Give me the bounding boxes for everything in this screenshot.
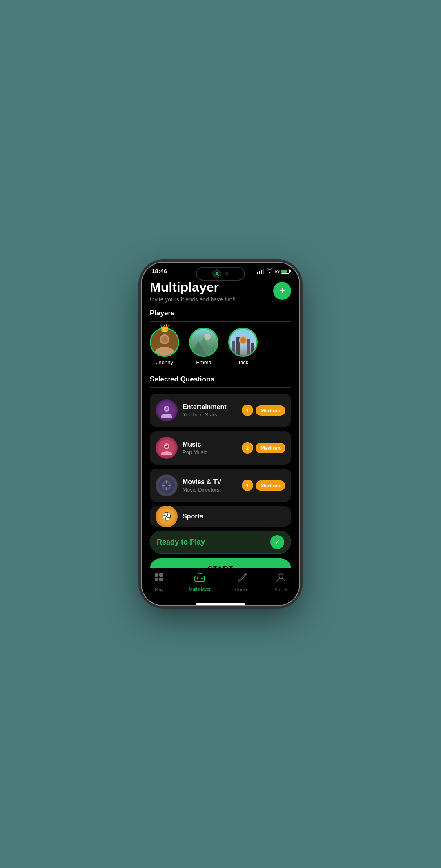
entertainment-count: 1 (242, 405, 253, 416)
entertainment-info: Entertainment YouTube Stars (183, 403, 237, 418)
battery-icon: 69 (275, 269, 290, 274)
svg-rect-13 (247, 339, 250, 356)
status-bar: 18:46 (142, 263, 299, 276)
svg-point-24 (165, 445, 167, 446)
players-section-title: Players (150, 309, 291, 317)
players-row: 👑 Jhonny (150, 328, 291, 365)
svg-point-30 (165, 484, 168, 487)
movies-title: Movies & TV (183, 478, 237, 486)
page-title: Multiplayer (150, 280, 236, 294)
player-avatar-wrap-jack (228, 328, 258, 357)
header-text: Multiplayer Invite yours friends and hav… (150, 280, 236, 303)
player-item-jack[interactable]: Jack (228, 328, 258, 365)
svg-rect-37 (195, 576, 205, 582)
player-avatar-wrap-emma (189, 328, 218, 357)
questions-section-title: Selected Questions (150, 375, 291, 383)
player-item-jhonny[interactable]: 👑 Jhonny (150, 328, 179, 365)
player-name-jhonny: Jhonny (156, 359, 173, 365)
page-header: Multiplayer Invite yours friends and hav… (150, 280, 291, 303)
svg-rect-35 (155, 578, 158, 581)
svg-point-20 (165, 407, 166, 409)
main-content[interactable]: Multiplayer Invite yours friends and hav… (142, 276, 299, 568)
status-icons: 69 (257, 268, 290, 274)
movies-subtitle: Movie Directors (183, 487, 237, 493)
ready-check-icon: ✓ (270, 535, 284, 549)
entertainment-badges: 1 Medium (242, 405, 285, 416)
svg-rect-33 (155, 573, 158, 577)
question-card-sports[interactable]: Sports Hard (150, 506, 291, 527)
profile-nav-icon (276, 572, 286, 585)
add-button[interactable]: + (273, 282, 291, 300)
question-card-movies[interactable]: Movies & TV Movie Directors 1 Medium (150, 469, 291, 502)
player-avatar-jack (228, 328, 258, 357)
svg-rect-14 (251, 343, 254, 356)
multiplayer-nav-label: Multiplayer (189, 587, 211, 591)
music-difficulty: Medium (256, 443, 285, 453)
creator-nav-icon (237, 572, 248, 585)
svg-point-44 (279, 574, 283, 578)
screen: 18:46 (142, 263, 299, 605)
ready-text: Ready to Play (157, 538, 205, 547)
svg-rect-36 (159, 578, 163, 581)
nav-item-multiplayer[interactable]: Multiplayer (189, 573, 211, 591)
signal-icon (257, 269, 264, 274)
questions-divider (150, 388, 291, 388)
players-divider (150, 321, 291, 322)
svg-point-16 (240, 337, 246, 343)
svg-point-3 (161, 336, 168, 343)
svg-point-8 (204, 334, 211, 340)
svg-rect-41 (197, 577, 198, 579)
entertainment-icon (156, 399, 178, 421)
music-icon (156, 437, 178, 459)
sports-info: Sports (183, 513, 258, 520)
island-person-icon (212, 269, 221, 278)
sports-icon (156, 506, 178, 527)
bottom-nav: Play Multiplayer (142, 568, 299, 602)
play-nav-label: Play (155, 587, 163, 592)
creator-nav-label: Creator (235, 587, 250, 592)
svg-point-43 (245, 574, 247, 575)
music-title: Music (183, 441, 237, 448)
movies-count: 1 (242, 480, 253, 491)
music-subtitle: Pop Music (183, 449, 237, 455)
question-card-music[interactable]: Music Pop Music 2 Medium (150, 431, 291, 465)
nav-item-profile[interactable]: Profile (274, 572, 287, 592)
phone-frame: 18:46 (141, 262, 300, 606)
movies-info: Movies & TV Movie Directors (183, 478, 237, 493)
island-dot (225, 272, 229, 276)
profile-nav-label: Profile (274, 587, 287, 592)
entertainment-difficulty: Medium (256, 405, 285, 416)
entertainment-title: Entertainment (183, 403, 237, 411)
start-button[interactable]: START (150, 558, 291, 568)
ready-bar: Ready to Play ✓ (150, 531, 291, 554)
start-label: START (207, 565, 234, 568)
plus-icon: + (279, 286, 285, 296)
sports-title: Sports (183, 513, 258, 520)
nav-item-creator[interactable]: Creator (235, 572, 250, 592)
movies-icon (156, 474, 178, 496)
status-time: 18:46 (151, 268, 167, 275)
music-info: Music Pop Music (183, 441, 237, 455)
page-subtitle: Invite yours friends and have fun!! (150, 296, 236, 303)
player-name-jack: Jack (238, 359, 249, 365)
wifi-icon (266, 268, 273, 274)
question-card-entertainment[interactable]: Entertainment YouTube Stars 1 Medium (150, 394, 291, 427)
movies-difficulty: Medium (256, 480, 285, 491)
crown-icon: 👑 (160, 323, 169, 332)
music-count: 2 (242, 442, 253, 454)
player-avatar-wrap-jhonny: 👑 (150, 328, 179, 357)
player-item-emma[interactable]: Emma (189, 328, 218, 365)
player-avatar-emma (189, 328, 218, 357)
multiplayer-nav-icon (194, 573, 205, 585)
play-nav-icon (154, 572, 165, 585)
music-badges: 2 Medium (242, 442, 285, 454)
nav-item-play[interactable]: Play (154, 572, 165, 592)
player-name-emma: Emma (196, 359, 212, 365)
movies-badges: 1 Medium (242, 480, 285, 491)
entertainment-subtitle: YouTube Stars (183, 412, 237, 418)
svg-rect-42 (200, 578, 203, 578)
home-indicator (196, 603, 245, 605)
svg-rect-34 (159, 573, 163, 577)
svg-rect-11 (232, 341, 235, 356)
dynamic-island (196, 267, 245, 281)
